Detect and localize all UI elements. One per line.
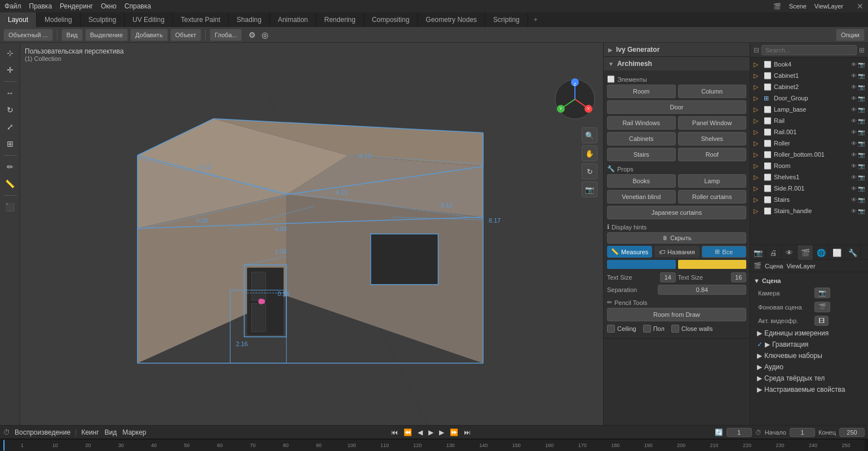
outliner-item-shelves1[interactable]: ▷ ⬜ Shelves1 👁 📷 bbox=[750, 171, 868, 183]
tab-compositing[interactable]: Compositing bbox=[364, 12, 418, 27]
props-tab-output[interactable]: 🖨 bbox=[766, 245, 782, 260]
move-tool-btn[interactable]: ↔ bbox=[2, 85, 18, 101]
door-btn[interactable]: Door bbox=[607, 100, 746, 114]
stairs-btn[interactable]: Stairs bbox=[607, 148, 676, 161]
menu-help[interactable]: Справка bbox=[125, 2, 151, 10]
menu-render[interactable]: Рендеринг bbox=[60, 2, 93, 10]
outliner-item-lamp[interactable]: ▷ ⬜ Lamp_base 👁 📷 bbox=[750, 104, 868, 115]
scale-tool-btn[interactable]: ⤢ bbox=[2, 119, 18, 135]
menu-window[interactable]: Окно bbox=[101, 2, 117, 10]
venetian-blind-btn[interactable]: Venetian blind bbox=[607, 190, 676, 204]
floor-checkbox[interactable]: Пол bbox=[643, 325, 665, 333]
text-size-value1[interactable]: 14 bbox=[660, 272, 676, 282]
outliner-item-rail[interactable]: ▷ ⬜ Rail 👁 📷 bbox=[750, 115, 868, 126]
stairs-handle-render-icon[interactable]: 📷 bbox=[858, 208, 865, 214]
all-tab[interactable]: ⊞ Все bbox=[702, 246, 746, 258]
view-btn[interactable]: Вид bbox=[61, 29, 83, 41]
shelves1-render-icon[interactable]: 📷 bbox=[858, 174, 865, 180]
rigid-bodies-collapsible[interactable]: ▶ Среда твёрдых тел bbox=[754, 373, 865, 384]
props-tab-view[interactable]: 👁 bbox=[782, 245, 798, 260]
props-tab-object[interactable]: ⬜ bbox=[829, 245, 845, 260]
room-from-draw-btn[interactable]: Room from Draw bbox=[607, 308, 746, 321]
outliner-item-roller[interactable]: ▷ ⬜ Roller 👁 📷 bbox=[750, 138, 868, 149]
tab-texture-paint[interactable]: Texture Paint bbox=[173, 12, 229, 27]
add-primitive-btn[interactable]: ⬛ bbox=[2, 199, 18, 215]
room-eye-icon[interactable]: 👁 bbox=[851, 163, 857, 169]
stairs-handle-eye-icon[interactable]: 👁 bbox=[851, 208, 857, 214]
next-keyframe-btn[interactable]: ⏩ bbox=[449, 428, 459, 436]
names-tab[interactable]: 🏷 Названия bbox=[654, 246, 699, 258]
annotate-tool-btn[interactable]: ✏ bbox=[2, 159, 18, 175]
rotate-view-btn[interactable]: ↻ bbox=[582, 163, 597, 179]
rail-windows-btn[interactable]: Rail Windows bbox=[607, 116, 676, 130]
menu-file[interactable]: Файл bbox=[5, 2, 21, 10]
bg-scene-picker-btn[interactable]: 🎬 bbox=[814, 302, 830, 312]
outliner-item-cabinet1[interactable]: ▷ ⬜ Cabinet1 👁 📷 bbox=[750, 70, 868, 81]
close-btn[interactable]: ✕ bbox=[857, 2, 863, 11]
tab-uv-editing[interactable]: UV Editing bbox=[125, 12, 173, 27]
outliner-item-stairs-handle[interactable]: ▷ ⬜ Stairs_handle 👁 📷 bbox=[750, 205, 868, 216]
proportional-icon-btn[interactable]: ◎ bbox=[259, 29, 271, 41]
prev-frame-btn[interactable]: ◀ bbox=[417, 428, 424, 436]
tab-rendering[interactable]: Rendering bbox=[316, 12, 364, 27]
column-btn[interactable]: Column bbox=[678, 85, 747, 98]
book4-eye-icon[interactable]: 👁 bbox=[851, 61, 857, 68]
close-walls-checkbox[interactable]: Close walls bbox=[671, 325, 713, 333]
archimesh-header[interactable]: ▼ Archimesh bbox=[604, 57, 750, 70]
object-btn[interactable]: Объект bbox=[170, 29, 201, 41]
tab-modeling[interactable]: Modeling bbox=[37, 12, 81, 27]
outliner-item-roller-bottom[interactable]: ▷ ⬜ Roller_bottom.001 👁 📷 bbox=[750, 149, 868, 160]
custom-props-collapsible[interactable]: ▶ Настраиваемые свойства bbox=[754, 384, 865, 395]
select-tool-btn[interactable]: ⊹ bbox=[2, 45, 18, 61]
key-sets-collapsible[interactable]: ▶ Ключевые наборы bbox=[754, 350, 865, 361]
roller-bottom-render-icon[interactable]: 📷 bbox=[858, 152, 865, 158]
start-frame-input[interactable] bbox=[790, 428, 815, 437]
book4-render-icon[interactable]: 📷 bbox=[858, 61, 865, 68]
zoom-icon-btn[interactable]: 🔍 bbox=[582, 127, 597, 143]
transform-tool-btn[interactable]: ⊞ bbox=[2, 136, 18, 152]
color-bar-blue[interactable] bbox=[607, 260, 676, 269]
room-render-icon[interactable]: 📷 bbox=[858, 163, 865, 169]
cabinets-btn[interactable]: Cabinets bbox=[607, 132, 676, 145]
units-collapsible[interactable]: ▶ Единицы измерения bbox=[754, 328, 865, 339]
viewport[interactable]: Пользовательская перспектива (1) Collect… bbox=[20, 43, 603, 425]
add-btn[interactable]: Добавить bbox=[130, 29, 168, 41]
camera-picker-btn[interactable]: 📷 bbox=[814, 288, 830, 298]
keying-btn[interactable]: Кеинг bbox=[80, 428, 100, 436]
tab-shading[interactable]: Shading bbox=[229, 12, 270, 27]
outliner-item-rail001[interactable]: ▷ ⬜ Rail.001 👁 📷 bbox=[750, 126, 868, 138]
props-tab-scene[interactable]: 🎬 bbox=[798, 245, 813, 260]
props-tab-render[interactable]: 📷 bbox=[750, 245, 766, 260]
gravity-collapsible[interactable]: ✓ ▶ Гравитация bbox=[754, 339, 865, 350]
ivy-generator-header[interactable]: ▶ Ivy Generator bbox=[604, 43, 750, 56]
text-size-value2[interactable]: 16 bbox=[731, 272, 747, 282]
scrubber-track[interactable]: 1 10 20 30 40 50 60 70 80 90 100 110 120… bbox=[3, 440, 865, 451]
outliner-item-cabinet2[interactable]: ▷ ⬜ Cabinet2 👁 📷 bbox=[750, 81, 868, 92]
floor-checkbox-box[interactable] bbox=[643, 325, 651, 333]
outliner-item-sideR001[interactable]: ▷ ⬜ Side.R.001 👁 📷 bbox=[750, 183, 868, 194]
options-btn[interactable]: Опции bbox=[836, 29, 865, 41]
cabinet1-eye-icon[interactable]: 👁 bbox=[851, 73, 857, 79]
mode-selector-btn[interactable]: Объектный ... bbox=[3, 29, 53, 41]
skip-start-btn[interactable]: ⏮ bbox=[390, 428, 399, 436]
outliner-item-stairs[interactable]: ▷ ⬜ Stairs 👁 📷 bbox=[750, 194, 868, 205]
pan-icon-btn[interactable]: ✋ bbox=[582, 145, 597, 161]
tab-sculpting[interactable]: Sculpting bbox=[81, 12, 125, 27]
rail001-eye-icon[interactable]: 👁 bbox=[851, 129, 857, 135]
current-frame-input[interactable] bbox=[727, 428, 752, 437]
tab-scripting[interactable]: Scripting bbox=[485, 12, 528, 27]
roof-btn[interactable]: Roof bbox=[678, 148, 747, 161]
end-frame-input[interactable] bbox=[839, 428, 865, 437]
color-bar-yellow[interactable] bbox=[678, 260, 747, 269]
stairs-eye-icon[interactable]: 👁 bbox=[851, 197, 857, 203]
props-tab-modifier[interactable]: 🔧 bbox=[845, 245, 861, 260]
outliner-item-door-group[interactable]: ▷ ⊞ Door_Group 👁 📷 bbox=[750, 92, 868, 104]
tab-layout[interactable]: Layout bbox=[0, 12, 37, 27]
door-eye-icon[interactable]: 👁 bbox=[851, 95, 857, 101]
play-pause-btn[interactable]: ▶ bbox=[427, 428, 435, 436]
stairs-render-icon[interactable]: 📷 bbox=[858, 197, 865, 203]
tab-animation[interactable]: Animation bbox=[270, 12, 316, 27]
scrubber-bar[interactable]: 1 10 20 30 40 50 60 70 80 90 100 110 120… bbox=[0, 439, 868, 451]
panel-window-btn[interactable]: Panel Window bbox=[678, 116, 747, 130]
roller-eye-icon[interactable]: 👁 bbox=[851, 140, 857, 147]
